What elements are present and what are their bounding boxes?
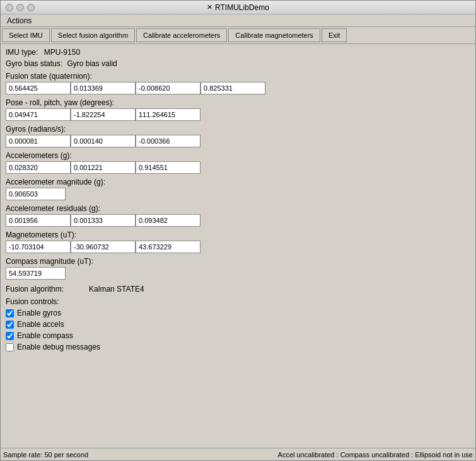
compass-mag-label: Compass magnitude (uT):	[6, 257, 470, 266]
accel-magnitude-value: 0.906503	[6, 188, 66, 200]
accel-resid-row: 0.001956 0.001333 0.093482	[6, 214, 470, 227]
window-controls	[6, 4, 35, 11]
mag-x: -10.703104	[6, 241, 71, 253]
maximize-button[interactable]	[27, 4, 35, 11]
menu-actions[interactable]: Actions	[3, 15, 35, 26]
fusion-algorithm-value: Kalman STATE4	[89, 285, 144, 293]
main-window: ✕ RTIMULibDemo Actions Select IMU Select…	[0, 0, 476, 461]
gyro-status-label: Gyro bias status:	[6, 59, 62, 68]
gyro-y: 0.000140	[71, 135, 136, 147]
enable-compass-label: Enable compass	[17, 331, 73, 340]
imu-type-label: IMU type:	[6, 48, 38, 57]
imu-type-row: IMU type: MPU-9150	[6, 48, 470, 57]
calibrate-accel-button[interactable]: Calibrate accelerometers	[136, 28, 227, 42]
accel-resid-y: 0.001333	[71, 214, 136, 227]
gyro-status-value: Gyro bias valid	[67, 59, 117, 68]
accel-resid-label: Accelerometer residuals (g):	[6, 204, 470, 213]
fusion-state-row: 0.564425 0.013369 -0.008620 0.825331	[6, 82, 470, 94]
pose-label: Pose - roll, pitch, yaw (degrees):	[6, 98, 470, 107]
fusion-algorithm-label: Fusion algorithm:	[6, 285, 64, 293]
window-title: ✕ RTIMULibDemo	[207, 3, 269, 12]
accel-row: 0.028320 0.001221 0.914551	[6, 161, 470, 174]
calibrate-mag-button[interactable]: Calibrate magnetometers	[228, 28, 320, 42]
imu-type-value: MPU-9150	[44, 48, 80, 57]
enable-gyros-checkbox[interactable]	[6, 309, 14, 317]
fusion-q1: 0.013369	[71, 82, 136, 94]
accel-y: 0.001221	[71, 161, 136, 174]
fusion-q0: 0.564425	[6, 82, 71, 94]
enable-gyros-label: Enable gyros	[17, 309, 61, 317]
gyros-row: 0.000081 0.000140 -0.000366	[6, 135, 470, 147]
enable-accels-label: Enable accels	[17, 320, 64, 329]
content-area: IMU type: MPU-9150 Gyro bias status: Gyr…	[1, 44, 475, 448]
select-fusion-button[interactable]: Select fusion algorithm	[51, 28, 135, 42]
menu-bar: Actions	[1, 14, 475, 27]
accel-mag-label: Accelerometer magnitude (g):	[6, 178, 470, 186]
accel-resid-x: 0.001956	[6, 214, 71, 227]
mag-z: 43.673229	[136, 241, 200, 253]
fusion-q3: 0.825331	[200, 82, 265, 94]
toolbar: Select IMU Select fusion algorithm Calib…	[1, 27, 475, 44]
enable-debug-checkbox[interactable]	[6, 343, 14, 351]
pose-roll: 0.049471	[6, 108, 71, 121]
gyros-label: Gyros (radians/s):	[6, 125, 470, 134]
close-button[interactable]	[6, 4, 13, 11]
fusion-state-label: Fusion state (quaternion):	[6, 72, 470, 81]
title-bar: ✕ RTIMULibDemo	[1, 1, 475, 14]
mag-y: -30.960732	[71, 241, 136, 253]
checkbox-enable-compass: Enable compass	[6, 331, 470, 340]
pose-row: 0.049471 -1.822254 111.264615	[6, 108, 470, 121]
exit-button[interactable]: Exit	[322, 28, 347, 42]
app-icon: ✕	[207, 3, 212, 11]
minimize-button[interactable]	[16, 4, 24, 11]
accel-resid-z: 0.093482	[136, 214, 200, 227]
status-left: Sample rate: 50 per second	[3, 451, 278, 458]
gyro-x: 0.000081	[6, 135, 71, 147]
checkbox-enable-debug: Enable debug messages	[6, 343, 470, 351]
status-bar: Sample rate: 50 per second Accel uncalib…	[1, 448, 475, 460]
checkbox-enable-accels: Enable accels	[6, 320, 470, 329]
enable-debug-label: Enable debug messages	[17, 343, 100, 351]
pose-pitch: -1.822254	[71, 108, 136, 121]
title-text: RTIMULibDemo	[215, 3, 269, 12]
gyro-z: -0.000366	[136, 135, 200, 147]
enable-compass-checkbox[interactable]	[6, 332, 14, 340]
mag-row: -10.703104 -30.960732 43.673229	[6, 241, 470, 253]
status-right: Accel uncalibrated : Compass uncalibrate…	[278, 451, 473, 458]
gyro-status-row: Gyro bias status: Gyro bias valid	[6, 59, 470, 68]
compass-magnitude-value: 54.593719	[6, 267, 66, 280]
select-imu-button[interactable]: Select IMU	[2, 28, 50, 42]
mag-label: Magnetometers (uT):	[6, 230, 470, 239]
accel-x: 0.028320	[6, 161, 71, 174]
accel-z: 0.914551	[136, 161, 200, 174]
pose-yaw: 111.264615	[136, 108, 200, 121]
checkbox-enable-gyros: Enable gyros	[6, 309, 470, 317]
enable-accels-checkbox[interactable]	[6, 321, 14, 329]
fusion-algorithm-row: Fusion algorithm: Kalman STATE4	[6, 285, 470, 293]
fusion-q2: -0.008620	[136, 82, 200, 94]
accel-label: Accelerometers (g):	[6, 151, 470, 160]
fusion-controls-label: Fusion controls:	[6, 297, 470, 306]
